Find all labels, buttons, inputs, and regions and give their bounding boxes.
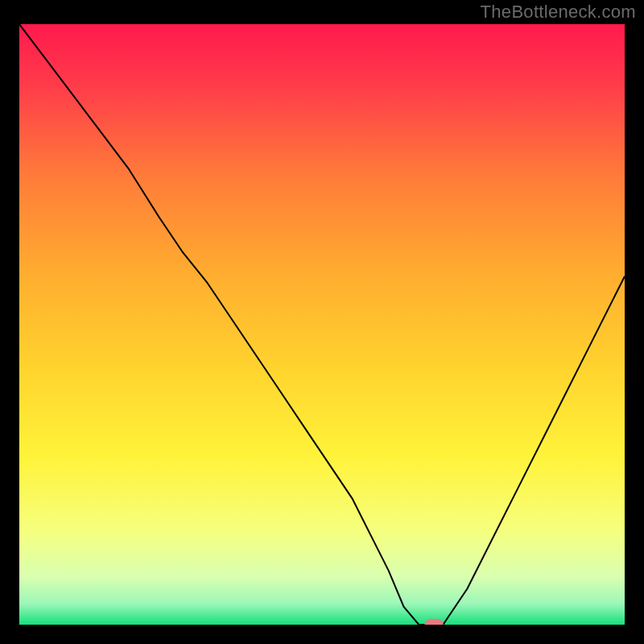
chart-frame: TheBottleneck.com [0,0,644,644]
bottleneck-chart [19,24,625,625]
plot-area [19,24,625,625]
watermark-text: TheBottleneck.com [481,2,636,23]
gradient-background [19,24,625,625]
